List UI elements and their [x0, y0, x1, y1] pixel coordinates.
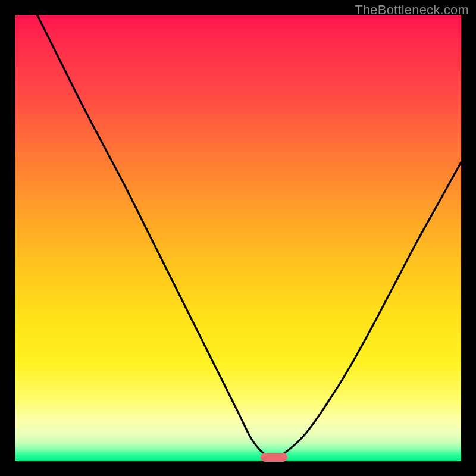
plot-area [15, 15, 461, 461]
watermark-text: TheBottleneck.com [355, 2, 469, 18]
curve-path [37, 15, 462, 457]
optimal-marker [261, 453, 287, 462]
chart-frame: TheBottleneck.com [0, 0, 476, 476]
bottleneck-curve [15, 15, 461, 461]
